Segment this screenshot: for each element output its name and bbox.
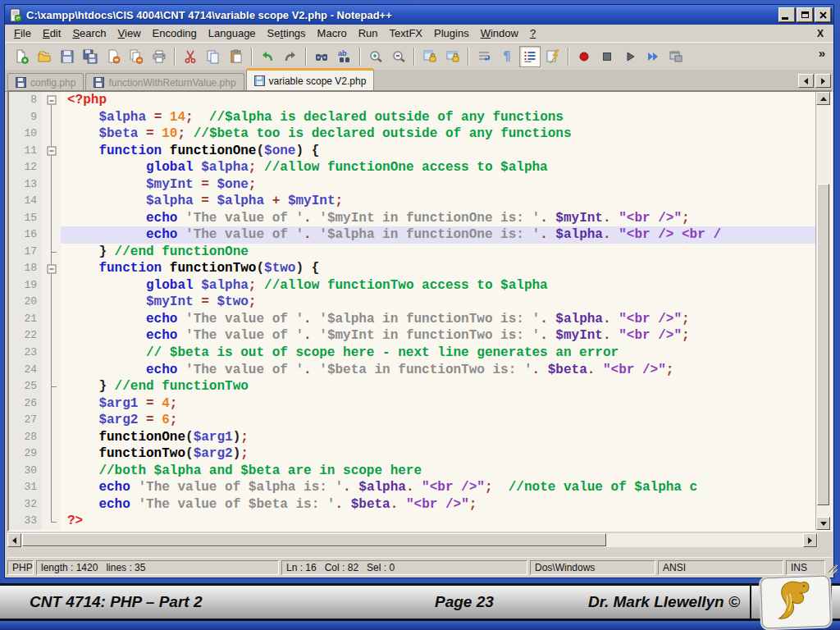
new-file-button[interactable] (11, 46, 32, 67)
cut-button[interactable] (180, 46, 201, 67)
tab-variable-scope-v2-php[interactable]: variable scope V2.php (246, 68, 375, 91)
code-line-14[interactable]: 14 $alpha = $alpha + $myInt; (9, 193, 815, 210)
close-document-x-button[interactable]: X (812, 28, 829, 39)
open-button[interactable] (34, 46, 55, 67)
code-line-29[interactable]: 29 functionTwo($arg2); (9, 445, 815, 463)
redo-button[interactable] (280, 46, 301, 67)
undo-button[interactable] (257, 46, 278, 67)
code-line-20[interactable]: 20 $myInt = $two; (9, 294, 815, 311)
code-line-23[interactable]: 23 // $beta is out of scope here - next … (9, 345, 815, 362)
save-macro-button[interactable] (665, 46, 687, 67)
scroll-left-button[interactable] (7, 533, 21, 547)
code-line-13[interactable]: 13 $myInt = $one; (9, 176, 815, 194)
new-file-icon (14, 49, 29, 64)
code-line-16[interactable]: 16 echo 'The value of '. '$alpha in func… (9, 226, 815, 244)
resize-grip[interactable] (825, 561, 838, 574)
save-button[interactable] (57, 46, 78, 67)
save-all-button[interactable] (80, 46, 101, 67)
tab-scroll-left-button[interactable] (798, 74, 814, 88)
scroll-down-button[interactable] (816, 517, 830, 530)
menu-item[interactable]: ? (524, 25, 541, 41)
code-line-32[interactable]: 32 echo 'The value of $beta is: '. $beta… (9, 496, 815, 514)
menu-encoding[interactable]: Encoding (147, 25, 203, 41)
fold-margin (42, 126, 61, 143)
code-line-8[interactable]: 8<?php (9, 92, 815, 109)
menu-search[interactable]: Search (66, 25, 112, 41)
close-button[interactable] (815, 7, 831, 22)
code-line-11[interactable]: 11 function functionOne($one) { (9, 143, 815, 160)
code-line-30[interactable]: 30 //both $alpha and $beta are in scope … (9, 463, 815, 480)
code-line-26[interactable]: 26 $arg1 = 4; (9, 395, 815, 413)
code-line-27[interactable]: 27 $arg2 = 6; (9, 412, 815, 429)
title-bar[interactable]: C:\xampp\htdocs\CIS 4004\CNT 4714\variab… (5, 5, 833, 25)
code-line-15[interactable]: 15 echo 'The value of '. '$myInt in func… (9, 210, 815, 227)
replace-button[interactable]: ab (334, 46, 355, 67)
code-line-24[interactable]: 24 echo 'The value of '. '$beta in funct… (9, 362, 815, 379)
horizontal-scroll-thumb[interactable] (22, 533, 606, 546)
minimize-button[interactable] (778, 7, 795, 22)
fold-collapse-marker[interactable] (42, 92, 61, 109)
doc-switcher-button[interactable] (519, 46, 541, 67)
find-button[interactable] (311, 46, 332, 67)
code-area[interactable]: 8<?php9 $alpha = 14; //$alpha is declare… (9, 92, 815, 530)
vertical-scroll-thumb[interactable] (817, 184, 829, 505)
print-button[interactable] (148, 46, 170, 67)
tab-scroll-right-button[interactable] (815, 74, 831, 88)
menu-run[interactable]: Run (353, 25, 384, 41)
play-macro-icon (623, 49, 637, 64)
paste-button[interactable] (226, 46, 247, 67)
menu-language[interactable]: Language (203, 25, 262, 41)
fold-collapse-marker[interactable] (42, 260, 61, 277)
code-line-28[interactable]: 28 functionOne($arg1); (9, 429, 815, 446)
sync-horizontal-button[interactable] (442, 46, 463, 67)
fold-collapse-marker[interactable] (42, 143, 61, 160)
line-number: 8 (9, 92, 42, 109)
close-all-button[interactable] (126, 46, 147, 67)
code-line-9[interactable]: 9 $alpha = 14; //$alpha is declared outs… (9, 109, 815, 126)
code-line-31[interactable]: 31 echo 'The value of $alpha is: '. $alp… (9, 479, 815, 496)
code-line-12[interactable]: 12 global $alpha; //allow functionOne ac… (9, 159, 815, 176)
code-line-25[interactable]: 25 } //end functionTwo (9, 378, 815, 395)
wrap-button[interactable] (473, 46, 495, 67)
code-line-33[interactable]: 33?> (9, 513, 815, 530)
menu-edit[interactable]: Edit (37, 25, 66, 41)
svg-text:ab: ab (338, 49, 347, 57)
code-text: } //end functionTwo (61, 378, 815, 395)
code-line-18[interactable]: 18 function functionTwo($two) { (9, 260, 815, 277)
menu-macro[interactable]: Macro (312, 25, 353, 41)
menu-window[interactable]: Window (475, 25, 524, 41)
menu-textfx[interactable]: TextFX (384, 25, 428, 41)
code-text: echo 'The value of '. '$myInt in functio… (61, 327, 815, 345)
scroll-right-button[interactable] (803, 533, 817, 547)
copy-button[interactable] (203, 46, 224, 67)
close-button[interactable] (103, 46, 124, 67)
code-line-22[interactable]: 22 echo 'The value of '. '$myInt in func… (9, 327, 815, 345)
sync-vertical-button[interactable] (419, 46, 441, 67)
code-line-21[interactable]: 21 echo 'The value of '. '$alpha in func… (9, 311, 815, 328)
scroll-up-button[interactable] (816, 92, 830, 105)
function-list-button[interactable] (542, 46, 564, 67)
zoom-in-button[interactable] (365, 46, 386, 67)
zoom-out-button[interactable] (388, 46, 409, 67)
play-macro-button[interactable] (619, 46, 641, 67)
menu-file[interactable]: File (8, 25, 37, 41)
code-line-17[interactable]: 17 } //end functionOne (9, 244, 815, 261)
toolbar-overflow-chevron[interactable]: » (819, 46, 825, 60)
stop-macro-button[interactable] (596, 46, 618, 67)
menu-plugins[interactable]: Plugins (428, 25, 475, 41)
tab-functionwithreturnvalue-php[interactable]: functionWithReturnValue.php (85, 73, 244, 91)
code-line-19[interactable]: 19 global $alpha; //allow functionTwo ac… (9, 277, 815, 294)
run-macro-multiple-button[interactable] (642, 46, 664, 67)
tab-config-php[interactable]: config.php (7, 73, 84, 91)
record-macro-button[interactable] (573, 46, 595, 67)
menu-view[interactable]: View (112, 25, 147, 41)
menu-settings[interactable]: Settings (262, 25, 312, 41)
horizontal-scrollbar[interactable] (7, 533, 833, 547)
code-editor[interactable]: 8<?php9 $alpha = 14; //$alpha is declare… (7, 90, 833, 532)
vertical-scrollbar[interactable] (815, 92, 831, 530)
code-text: // $beta is out of scope here - next lin… (61, 345, 815, 362)
toolbar-separator (251, 48, 253, 66)
code-line-10[interactable]: 10 $beta = 10; //$beta too is declared o… (9, 126, 815, 143)
maximize-button[interactable] (797, 7, 813, 22)
show-symbols-button[interactable]: ¶ (496, 46, 518, 67)
